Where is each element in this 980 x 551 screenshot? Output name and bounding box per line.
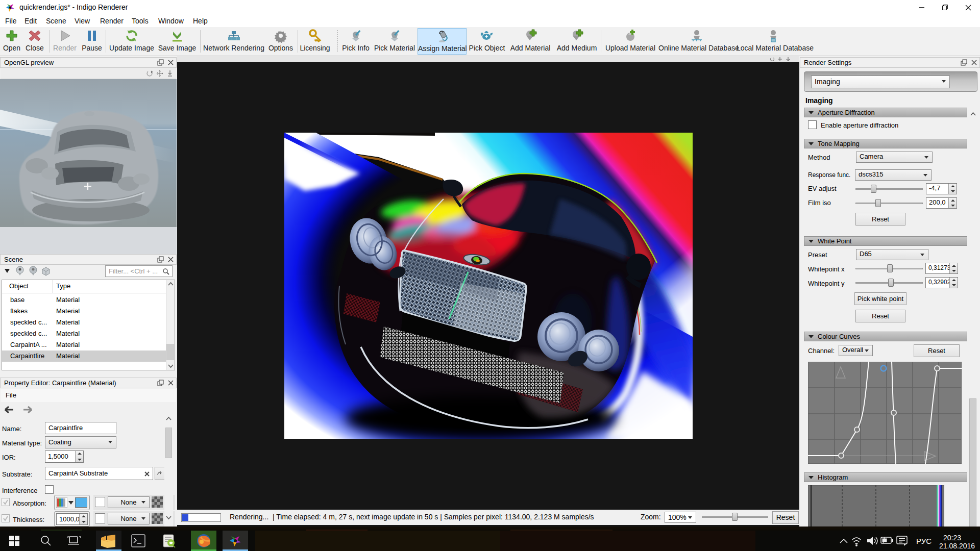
- svg-text:21.08.2016: 21.08.2016: [939, 542, 975, 550]
- svg-text:РУС: РУС: [916, 537, 932, 545]
- svg-text:20:23: 20:23: [943, 534, 961, 542]
